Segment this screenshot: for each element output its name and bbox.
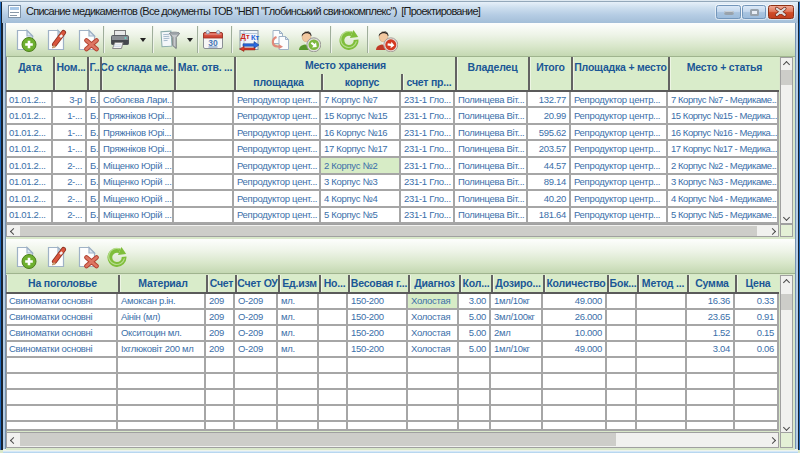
svg-text:Дт: Дт <box>240 31 249 40</box>
svg-text:Кт: Кт <box>251 33 260 42</box>
svg-text:30: 30 <box>208 37 218 47</box>
